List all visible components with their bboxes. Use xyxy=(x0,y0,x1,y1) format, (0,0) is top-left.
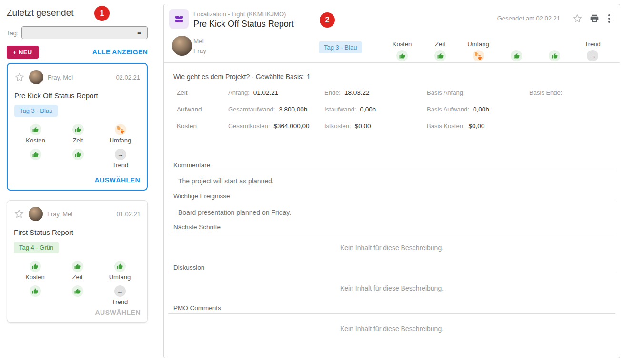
thumb-up-icon xyxy=(72,261,83,272)
card-title: Pre Kick Off Status Report xyxy=(14,91,140,100)
card-title: First Status Report xyxy=(14,228,141,236)
section-content-empty: Kein Inhalt für diese Beschreibung. xyxy=(178,325,605,333)
thumb-up-icon xyxy=(114,261,126,272)
print-icon[interactable] xyxy=(590,14,599,23)
avatar xyxy=(172,36,192,56)
status-label-trend: Trend xyxy=(112,162,128,169)
thumb-up-icon xyxy=(396,50,408,61)
trend-flat-icon: → xyxy=(115,149,126,160)
card-author: Fray, Mel xyxy=(47,211,112,218)
sent-date-label: Gesendet am 02.02.21 xyxy=(497,15,560,22)
section-title: Nächste Schritte xyxy=(173,223,221,231)
avatar xyxy=(29,207,43,221)
new-report-button[interactable]: + NEU xyxy=(7,46,39,59)
favorite-star-icon[interactable] xyxy=(14,209,24,219)
author-first-name: Mel xyxy=(193,38,204,45)
status-label-umfang: Umfang xyxy=(109,273,131,281)
report-card[interactable]: Fray, Mel 02.02.21 Pre Kick Off Status R… xyxy=(7,63,148,191)
section-divider xyxy=(168,313,615,314)
thumb-up-icon xyxy=(72,124,84,135)
status-label-umfang: Umfang xyxy=(110,137,131,144)
thumb-up-icon xyxy=(549,50,560,61)
trend-flat-icon: → xyxy=(114,285,126,297)
status-label-kosten: Kosten xyxy=(393,40,412,48)
thumb-up-icon xyxy=(72,149,84,160)
metric-row-kosten: Kosten Gesamtkosten:$364.000,00 Istkoste… xyxy=(164,122,620,132)
tag-filter-input[interactable] xyxy=(21,26,148,39)
favorite-star-icon[interactable] xyxy=(572,13,583,24)
annotation-badge-2: 2 xyxy=(320,12,335,28)
status-label-zeit: Zeit xyxy=(435,40,445,48)
thumb-up-icon xyxy=(30,124,41,135)
project-stack-icon xyxy=(169,9,189,29)
status-label-umfang: Umfang xyxy=(467,40,489,48)
section-content: The project will start as planned. xyxy=(178,177,605,185)
report-card[interactable]: Fray, Mel 01.02.21 First Status Report T… xyxy=(7,200,148,323)
tag-chip: Tag 3 - Blau xyxy=(319,41,362,53)
section-divider xyxy=(168,233,615,233)
status-icon-grid: Kosten Zeit Umfang → Trend xyxy=(14,261,147,310)
status-label-zeit: Zeit xyxy=(73,137,83,144)
tag-chip: Tag 3 - Blau xyxy=(14,105,58,117)
select-report-link[interactable]: AUSWÄHLEN xyxy=(95,176,141,184)
select-report-link[interactable]: AUSWÄHLEN xyxy=(95,309,141,316)
trend-flat-icon: → xyxy=(587,50,598,61)
thumb-warn-icon xyxy=(115,124,126,135)
panel-title: Zuletzt gesendet xyxy=(7,8,73,18)
tag-filter-label: Tag: xyxy=(7,30,19,37)
thumb-up-icon xyxy=(434,50,446,61)
section-title: Wichtige Ereignisse xyxy=(173,192,230,200)
kebab-menu-icon[interactable] xyxy=(606,13,612,24)
status-label-trend: Trend xyxy=(112,298,128,306)
report-detail-panel: 2 Localization - Light (KKMHKJMO) Pre Ki… xyxy=(163,4,620,358)
section-divider xyxy=(168,202,615,202)
recently-sent-panel: Zuletzt gesendet 1 Tag: ≡ + NEU ALLE ANZ… xyxy=(0,0,157,364)
card-date: 02.02.21 xyxy=(116,74,140,81)
metric-row-zeit: Zeit Anfang:01.02.21 Ende:18.03.22 Basis… xyxy=(164,89,620,99)
section-title: Kommentare xyxy=(173,162,210,169)
thumb-up-icon xyxy=(511,50,522,61)
card-author: Fray, Mel xyxy=(48,74,111,81)
tag-chip: Tag 4 - Grün xyxy=(14,242,59,253)
thumb-up-icon xyxy=(30,285,41,297)
author-last-name: Fray xyxy=(193,47,206,54)
status-label-zeit: Zeit xyxy=(72,273,83,281)
thumb-up-icon xyxy=(30,261,41,272)
status-label-kosten: Kosten xyxy=(26,137,45,144)
section-title: PMO Comments xyxy=(173,304,221,312)
section-divider xyxy=(168,273,615,273)
avatar xyxy=(29,70,43,84)
thumb-up-icon xyxy=(72,285,83,297)
project-subtitle: Localization - Light (KKMHKJMO) xyxy=(193,10,286,18)
status-label-kosten: Kosten xyxy=(25,273,44,281)
favorite-star-icon[interactable] xyxy=(14,72,25,82)
section-content-empty: Kein Inhalt für diese Beschreibung. xyxy=(178,244,605,252)
section-content: Board presentation planned on Friday. xyxy=(178,209,605,216)
card-date: 01.02.21 xyxy=(116,211,141,218)
section-content-empty: Kein Inhalt für diese Beschreibung. xyxy=(178,284,605,292)
annotation-badge-1: 1 xyxy=(94,6,110,21)
project-health-question: Wie geht es dem Projekt? - Gewählte Basi… xyxy=(173,73,311,81)
status-icon-grid: Kosten Zeit Umfang → Trend xyxy=(14,124,147,173)
section-title: Diskussion xyxy=(173,264,204,271)
status-label-trend: Trend xyxy=(585,40,600,48)
thumb-warn-icon xyxy=(473,50,484,61)
basis-value: 1 xyxy=(307,73,311,81)
thumb-up-icon xyxy=(30,149,41,160)
show-all-link[interactable]: ALLE ANZEIGEN xyxy=(92,48,148,56)
report-title: Pre Kick Off Status Report xyxy=(193,19,294,29)
header-divider xyxy=(164,62,620,63)
metric-row-aufwand: Aufwand Gesamtaufwand:3.800,00h Istaufwa… xyxy=(164,106,620,115)
section-divider xyxy=(168,171,615,171)
